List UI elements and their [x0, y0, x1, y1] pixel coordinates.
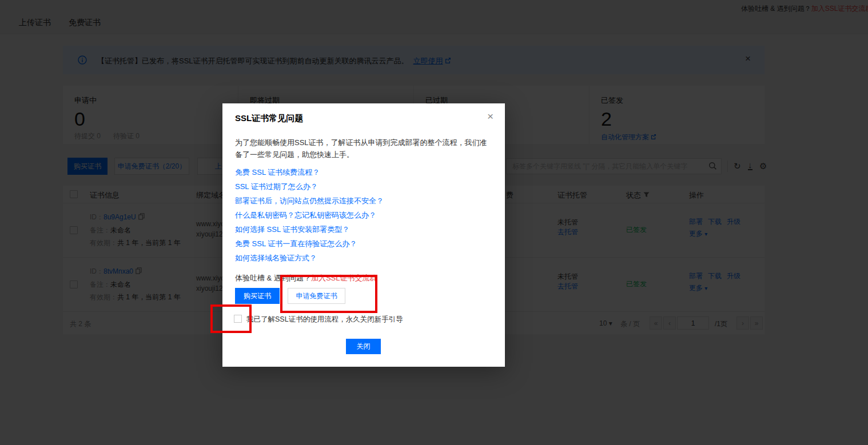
modal-title: SSL证书常见问题 [235, 113, 303, 124]
screen: 体验吐槽 & 遇到问题？加入SSL证书交流群帮 上传证书 免费证书 【证书托管】… [0, 0, 868, 445]
modal-close-button[interactable]: 关闭 [346, 339, 381, 354]
annotation-rect-checkbox [210, 304, 252, 333]
modal-intro: 为了您能顺畅使用SSL证书，了解证书从申请到完成部署的整个流程，我们准备了一些常… [235, 137, 493, 161]
faq-link[interactable]: 免费 SSL 证书一直在待验证怎么办？ [235, 236, 384, 251]
annotation-rect-apply-buttons [280, 275, 377, 313]
faq-link[interactable]: 部署证书后，访问站点仍然提示连接不安全？ [235, 194, 384, 208]
faq-link[interactable]: SSL 证书过期了怎么办？ [235, 179, 384, 194]
dont-show-again-label: 我已了解SSL证书的使用流程，永久关闭新手引导 [246, 315, 403, 324]
faq-link[interactable]: 如何选择 SSL 证书安装部署类型？ [235, 222, 384, 236]
faq-link-list: 免费 SSL 证书续费流程？ SSL 证书过期了怎么办？ 部署证书后，访问站点仍… [235, 165, 384, 265]
faq-link[interactable]: 免费 SSL 证书续费流程？ [235, 165, 384, 179]
faq-link[interactable]: 什么是私钥密码？忘记私钥密码该怎么办？ [235, 208, 384, 222]
faq-modal: SSL证书常见问题 × 为了您能顺畅使用SSL证书，了解证书从申请到完成部署的整… [222, 103, 505, 367]
modal-close-icon[interactable]: × [487, 110, 493, 123]
modal-buy-cert-button[interactable]: 购买证书 [235, 288, 280, 304]
faq-link[interactable]: 如何选择域名验证方式？ [235, 251, 384, 265]
